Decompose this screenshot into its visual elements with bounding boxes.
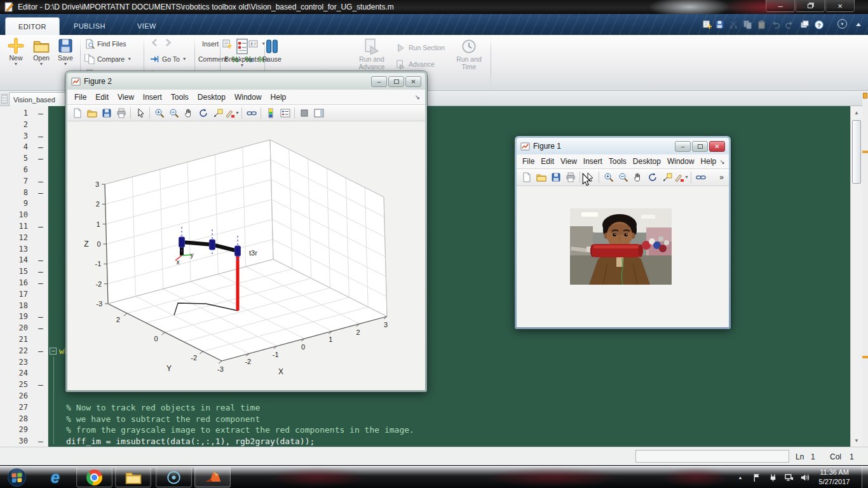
- tray-power-icon[interactable]: [768, 472, 778, 482]
- taskbar-explorer-button[interactable]: [115, 467, 151, 487]
- ribbon-collapse-button[interactable]: [853, 19, 864, 30]
- advance-button[interactable]: Advance: [395, 59, 435, 69]
- brush-button[interactable]: ▼: [225, 106, 240, 119]
- breakpoint-column[interactable]: –: [33, 346, 48, 357]
- code-line-28[interactable]: 28% we have to subtract the red componen…: [0, 414, 850, 425]
- scroll-down-arrow[interactable]: ▼: [851, 435, 862, 445]
- pause-button[interactable]: Pause: [257, 37, 287, 63]
- menu-overflow-icon[interactable]: ↘: [719, 158, 727, 165]
- code-warnings-indicator[interactable]: [863, 93, 867, 98]
- menu-insert[interactable]: Insert: [580, 155, 606, 168]
- quick-access-new-button[interactable]: [702, 19, 712, 30]
- quick-access-paste-button[interactable]: [756, 19, 767, 30]
- code-line-26[interactable]: 26: [0, 391, 850, 402]
- breakpoint-column[interactable]: –: [33, 221, 48, 233]
- menu-window[interactable]: Window: [230, 91, 266, 104]
- rotate-3d-button[interactable]: [196, 106, 210, 119]
- hide-plot-tools-button[interactable]: [297, 106, 311, 119]
- breakpoints-button[interactable]: Breakpoints ▼: [222, 37, 262, 68]
- open-file-button[interactable]: [534, 171, 548, 184]
- menu-file[interactable]: File: [519, 155, 538, 168]
- scrollbar-thumb[interactable]: [852, 120, 861, 184]
- breakpoint-column[interactable]: [33, 414, 48, 425]
- close-button[interactable]: ×: [825, 0, 855, 12]
- breakpoint-column[interactable]: [33, 233, 48, 244]
- menu-edit[interactable]: Edit: [91, 91, 113, 104]
- menu-tools[interactable]: Tools: [166, 91, 193, 104]
- breakpoint-column[interactable]: –: [33, 153, 48, 165]
- save-button[interactable]: Save ▼: [53, 37, 78, 67]
- menu-desktop[interactable]: Desktop: [630, 155, 664, 168]
- tray-action-center-icon[interactable]: [752, 472, 762, 482]
- tab-view[interactable]: VIEW: [125, 17, 169, 35]
- run-section-button[interactable]: Run Section: [395, 43, 445, 53]
- insert-legend-button[interactable]: [278, 106, 292, 119]
- menu-tools[interactable]: Tools: [606, 155, 630, 168]
- menu-view[interactable]: View: [113, 91, 139, 104]
- figure2-minimize-button[interactable]: –: [371, 76, 387, 87]
- menu-help[interactable]: Help: [698, 155, 720, 168]
- tray-hidden-icons-button[interactable]: ▲: [735, 472, 745, 482]
- zoom-out-button[interactable]: [166, 106, 181, 119]
- breakpoint-column[interactable]: –: [33, 278, 48, 289]
- tray-clock[interactable]: 11:36 AM 5/27/2017: [813, 468, 855, 487]
- breakpoint-column[interactable]: [33, 301, 48, 312]
- breakpoint-column[interactable]: [33, 165, 48, 176]
- document-tab-vision-based[interactable]: Vision_based: [9, 92, 66, 106]
- compare-button[interactable]: Compare ▼: [84, 54, 132, 64]
- menu-overflow-icon[interactable]: ↘: [415, 93, 423, 100]
- code-line-30[interactable]: 30–diff_im = imsubtract(data(:,:,1), rgb…: [0, 436, 850, 447]
- data-cursor-button[interactable]: [210, 106, 225, 119]
- taskbar-chrome-button[interactable]: [76, 467, 112, 487]
- pan-button[interactable]: [630, 171, 645, 184]
- quick-access-copy-button[interactable]: [742, 19, 753, 30]
- toolbar-overflow-button[interactable]: »: [719, 173, 726, 182]
- breakpoint-column[interactable]: –: [33, 176, 48, 187]
- menu-desktop[interactable]: Desktop: [193, 91, 230, 104]
- show-plot-tools-button[interactable]: [311, 106, 326, 119]
- breakpoint-column[interactable]: –: [33, 266, 48, 278]
- warning-mark[interactable]: [862, 356, 868, 358]
- save-figure-button[interactable]: [548, 171, 563, 184]
- figure1-maximize-button[interactable]: [692, 141, 708, 152]
- taskbar-matlab-button[interactable]: [194, 467, 231, 487]
- restore-button[interactable]: [796, 0, 825, 12]
- brush-button[interactable]: ▼: [674, 171, 689, 184]
- pan-button[interactable]: [181, 106, 196, 119]
- menu-file[interactable]: File: [70, 91, 91, 104]
- figure1-close-button[interactable]: ✕: [709, 141, 725, 152]
- breakpoint-column[interactable]: [33, 334, 48, 346]
- breakpoint-column[interactable]: [33, 198, 48, 210]
- figure2-titlebar[interactable]: Figure 2 – ✕: [67, 73, 425, 90]
- tab-publish[interactable]: PUBLISH: [61, 17, 118, 35]
- navigate-back-button[interactable]: [150, 37, 173, 48]
- breakpoint-column[interactable]: –: [33, 379, 48, 391]
- print-figure-button[interactable]: [563, 171, 578, 184]
- figure2-maximize-button[interactable]: [388, 76, 404, 87]
- tab-editor[interactable]: EDITOR: [5, 17, 60, 35]
- link-plot-button[interactable]: [693, 171, 708, 184]
- breakpoint-column[interactable]: [33, 210, 48, 221]
- breakpoint-column[interactable]: [33, 424, 48, 436]
- quick-access-windows-button[interactable]: [799, 19, 810, 30]
- show-desktop-button[interactable]: [862, 466, 868, 488]
- menu-help[interactable]: Help: [266, 91, 291, 104]
- rotate-3d-button[interactable]: [645, 171, 660, 184]
- tray-volume-icon[interactable]: [799, 472, 810, 482]
- link-plot-button[interactable]: [244, 106, 259, 119]
- breakpoint-column[interactable]: –: [33, 436, 48, 447]
- breakpoint-column[interactable]: –: [33, 108, 48, 119]
- menu-view[interactable]: View: [557, 155, 580, 168]
- code-fold-toggle[interactable]: −: [50, 348, 57, 355]
- taskbar-internet-explorer-button[interactable]: e: [39, 467, 71, 487]
- robot-3d-plot[interactable]: 3210-1-2-320-2-3-2-10123ZYXxyt3r: [67, 121, 425, 390]
- breakpoint-column[interactable]: –: [33, 142, 48, 153]
- breakpoint-column[interactable]: [33, 402, 48, 414]
- edit-plot-cursor-button[interactable]: [133, 106, 147, 119]
- scroll-up-arrow[interactable]: ▲: [851, 107, 862, 118]
- new-figure-button[interactable]: [519, 171, 534, 184]
- zoom-in-button[interactable]: [601, 171, 616, 184]
- figure1-titlebar[interactable]: Figure 1 – ✕: [517, 138, 729, 154]
- zoom-out-button[interactable]: [616, 171, 630, 184]
- quick-access-help-button[interactable]: [813, 19, 824, 30]
